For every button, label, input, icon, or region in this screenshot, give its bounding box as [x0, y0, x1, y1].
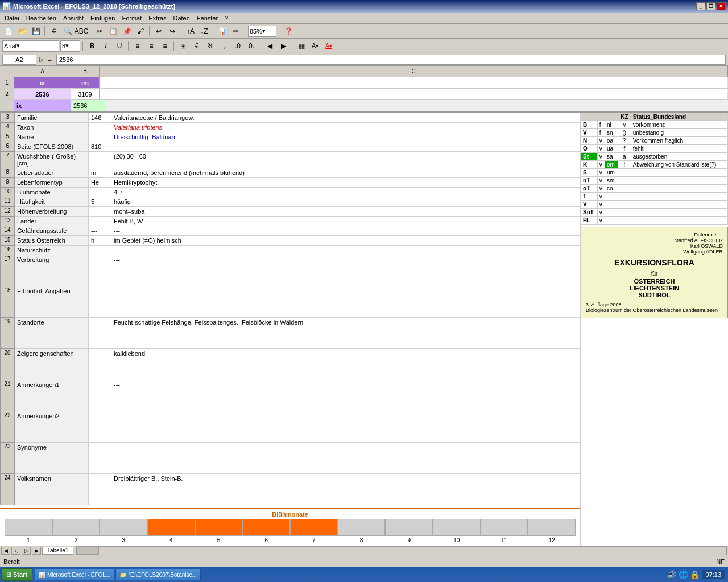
label-cell[interactable]: Zeigereigenschaften	[15, 349, 89, 380]
num-cell[interactable]	[89, 349, 111, 380]
sheet-tab[interactable]: Tabelle1	[42, 547, 73, 555]
num-cell[interactable]: He	[89, 178, 111, 188]
num-cell[interactable]	[89, 188, 111, 197]
label-cell[interactable]: Volksnamen	[15, 474, 89, 505]
underline-button[interactable]: U	[113, 40, 126, 52]
percent-format[interactable]: %	[204, 40, 217, 52]
value-cell[interactable]: Fehlt B, W	[111, 217, 580, 226]
label-cell[interactable]: Lebenformentyp	[15, 178, 89, 188]
menu-ansicht[interactable]: Ansicht	[60, 14, 87, 23]
new-button[interactable]: 📄	[2, 25, 15, 38]
value-cell[interactable]: Valerianaceae / Baldriangew.	[111, 113, 580, 123]
decrease-indent[interactable]: ◀	[263, 40, 276, 52]
value-cell[interactable]: Feucht-schattige Felshänge, Felsspalteng…	[111, 318, 580, 349]
minimize-button[interactable]: _	[696, 2, 705, 10]
value-cell[interactable]: ausdauernd, perennierend (mehrmals blühe…	[111, 168, 580, 178]
value-cell[interactable]: Dreischnittig- Baldrian	[111, 132, 580, 142]
increase-decimal[interactable]: .0	[231, 40, 244, 52]
cut-button[interactable]: ✂	[93, 25, 106, 38]
num-cell[interactable]: ---	[89, 246, 111, 255]
decrease-decimal[interactable]: 0.	[245, 40, 258, 52]
menu-format[interactable]: Format	[118, 14, 145, 23]
num-cell[interactable]	[89, 286, 111, 318]
num-cell[interactable]: h	[89, 236, 111, 246]
increase-indent[interactable]: ▶	[277, 40, 289, 52]
num-cell[interactable]	[89, 474, 111, 505]
num-cell[interactable]	[89, 207, 111, 217]
label-cell[interactable]: Häufigkeit	[15, 197, 89, 207]
help-button[interactable]: ❓	[282, 25, 295, 38]
menu-bearbeiten[interactable]: Bearbeiten	[23, 14, 60, 23]
draw-button[interactable]: ✏	[230, 25, 242, 38]
cell-B1[interactable]: im	[71, 77, 100, 88]
comma-format[interactable]: ,	[218, 40, 230, 52]
fontsize-dropdown[interactable]: 8▾	[60, 40, 80, 52]
merge-cells[interactable]: ⊞	[177, 40, 189, 52]
format-painter[interactable]: 🖌	[134, 25, 147, 38]
tab-next[interactable]: ▷	[22, 547, 31, 555]
value-cell[interactable]: ---	[111, 380, 580, 411]
label-cell[interactable]: Verbreitung	[15, 255, 89, 286]
cell-C1[interactable]	[100, 77, 728, 88]
label-cell[interactable]: Status Österreich	[15, 236, 89, 246]
horizontal-scrollbar[interactable]: ◀ ◁ ▷ ▶ Tabelle1	[0, 546, 728, 555]
font-dropdown[interactable]: Arial▾	[2, 40, 59, 52]
tab-last[interactable]: ▶	[32, 547, 41, 555]
zoom-dropdown[interactable]: 85%▾	[248, 26, 276, 37]
value-cell[interactable]: ---	[111, 411, 580, 443]
num-cell[interactable]	[89, 380, 111, 411]
num-cell[interactable]: 810	[89, 142, 111, 152]
value-cell[interactable]: ---	[111, 286, 580, 318]
num-cell[interactable]	[89, 123, 111, 132]
scrollbar-thumb[interactable]	[76, 547, 99, 555]
start-button[interactable]: ⊞ Start	[1, 568, 32, 581]
restore-button[interactable]: ❐	[706, 2, 715, 10]
preview-button[interactable]: 🔍	[61, 25, 74, 38]
value-cell[interactable]: im Gebiet (=Ö) heimisch	[111, 236, 580, 246]
align-right[interactable]: ≡	[159, 40, 171, 52]
border-button[interactable]: ▦	[295, 40, 308, 52]
copy-button[interactable]: 📋	[107, 25, 119, 38]
value-cell[interactable]: mont–suba	[111, 207, 580, 217]
menu-help[interactable]: ?	[221, 14, 231, 23]
taskbar-excel-item[interactable]: 📊 Microsoft Excel - EFÖL...	[35, 569, 114, 580]
cell-B2[interactable]: 3109	[71, 89, 100, 99]
tab-prev[interactable]: ◁	[11, 547, 20, 555]
num-cell[interactable]: ---	[89, 226, 111, 236]
menu-fenster[interactable]: Fenster	[193, 14, 221, 23]
label-cell[interactable]: Blühmonate	[15, 188, 89, 197]
num-cell[interactable]	[89, 318, 111, 349]
value-cell[interactable]: ---	[111, 246, 580, 255]
value-cell[interactable]: häufig	[111, 197, 580, 207]
value-cell[interactable]: (20) 30 - 60	[111, 152, 580, 168]
num-cell[interactable]	[89, 132, 111, 142]
align-center[interactable]: ≡	[145, 40, 158, 52]
tab-sheet1[interactable]: ◀	[1, 547, 10, 555]
menu-daten[interactable]: Daten	[169, 14, 193, 23]
cell-A1[interactable]: ix	[14, 77, 71, 88]
value-cell[interactable]: ---	[111, 226, 580, 236]
value-cell[interactable]: Hemikryptophyt	[111, 178, 580, 188]
chart-button[interactable]: 📊	[216, 25, 229, 38]
undo-button[interactable]: ↩	[152, 25, 165, 38]
sort-asc[interactable]: ↑A	[184, 25, 197, 38]
fill-color[interactable]: A▾	[309, 40, 321, 52]
label-cell[interactable]: Wuchshöhe (-Größe)[cm]	[15, 152, 89, 168]
num-cell[interactable]	[89, 217, 111, 226]
taskbar-folder-item[interactable]: 📁 *E:\EFOLS2007\Botanisc...	[115, 569, 201, 580]
cell-C2[interactable]	[100, 89, 728, 99]
value-cell[interactable]	[111, 142, 580, 152]
close-button[interactable]: ✕	[717, 2, 726, 10]
sort-desc[interactable]: ↓Z	[198, 25, 210, 38]
label-cell[interactable]: Höhenverbreitung	[15, 207, 89, 217]
value-cell[interactable]: ---	[111, 255, 580, 286]
num-cell[interactable]	[89, 443, 111, 474]
menu-einfuegen[interactable]: Einfügen	[87, 14, 118, 23]
bold-button[interactable]: B	[86, 40, 98, 52]
scrollbar-track[interactable]	[76, 546, 727, 555]
num-cell[interactable]	[89, 255, 111, 286]
num-cell[interactable]	[89, 411, 111, 443]
value-cell[interactable]: ---	[111, 443, 580, 474]
cell-reference-input[interactable]	[2, 55, 36, 65]
label-cell[interactable]: Anmerkungen1	[15, 380, 89, 411]
